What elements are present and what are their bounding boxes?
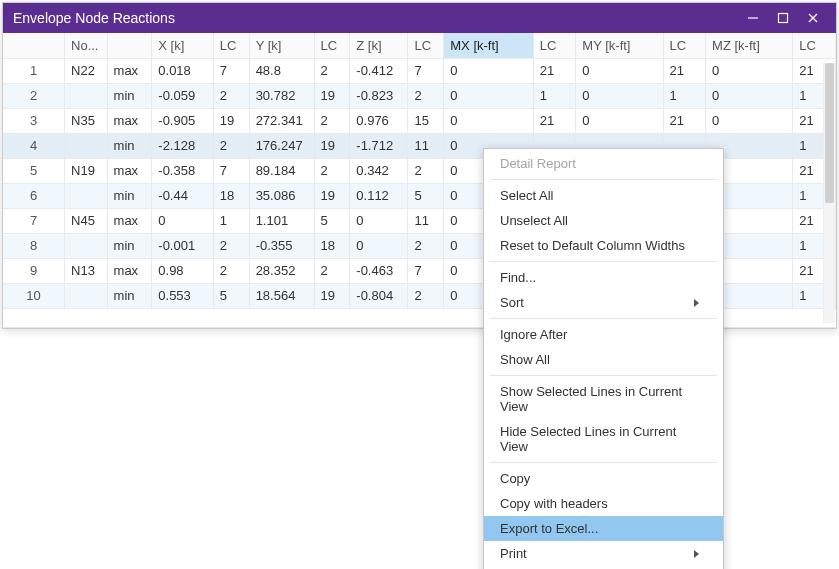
table-cell[interactable]: 0.976 [350,108,408,133]
col-x[interactable]: X [k] [152,33,214,58]
table-cell[interactable]: -0.463 [350,258,408,283]
table-cell[interactable]: max [107,108,152,133]
table-cell[interactable]: -0.44 [152,183,214,208]
table-cell[interactable]: 21 [533,108,576,133]
table-cell[interactable]: 1 [213,208,249,233]
col-mz[interactable]: MZ [k-ft] [706,33,793,58]
table-cell[interactable]: N35 [65,108,108,133]
table-cell[interactable]: 7 [408,58,444,83]
table-cell[interactable]: 18.564 [249,283,314,308]
table-cell[interactable]: 19 [314,133,350,158]
table-cell[interactable]: 4 [3,133,65,158]
table-cell[interactable]: 272.341 [249,108,314,133]
col-my[interactable]: MY [k-ft] [576,33,663,58]
scroll-thumb[interactable] [825,63,834,203]
table-cell[interactable]: max [107,208,152,233]
table-cell[interactable]: N13 [65,258,108,283]
close-button[interactable] [798,3,828,33]
menu-export-excel[interactable]: Export to Excel... [484,516,723,541]
table-cell[interactable]: 3 [3,108,65,133]
col-lc-mx[interactable]: LC [533,33,576,58]
table-cell[interactable]: N45 [65,208,108,233]
table-cell[interactable]: 2 [3,83,65,108]
table-cell[interactable] [65,83,108,108]
header-row[interactable]: No... X [k] LC Y [k] LC Z [k] LC MX [k-f… [3,33,836,58]
table-cell[interactable]: 48.8 [249,58,314,83]
menu-print[interactable]: Print [484,541,723,566]
table-cell[interactable]: 0.98 [152,258,214,283]
table-cell[interactable]: 0 [152,208,214,233]
menu-unselect-all[interactable]: Unselect All [484,208,723,233]
table-cell[interactable]: 2 [314,108,350,133]
table-row[interactable]: 2min-0.059230.78219-0.8232010101 [3,83,836,108]
col-mx[interactable]: MX [k-ft] [444,33,534,58]
table-cell[interactable]: 18 [314,233,350,258]
table-cell[interactable]: 0 [444,83,534,108]
col-lc-z[interactable]: LC [408,33,444,58]
table-cell[interactable]: 2 [408,158,444,183]
table-cell[interactable]: 1 [533,83,576,108]
table-cell[interactable]: 0 [444,58,534,83]
table-cell[interactable]: 0 [706,83,793,108]
table-cell[interactable]: 0 [350,233,408,258]
table-cell[interactable]: 6 [3,183,65,208]
table-cell[interactable]: 11 [408,208,444,233]
table-cell[interactable]: 1 [3,58,65,83]
table-cell[interactable]: 11 [408,133,444,158]
table-cell[interactable]: 7 [213,158,249,183]
menu-copy[interactable]: Copy [484,466,723,491]
table-cell[interactable]: 0 [706,58,793,83]
table-cell[interactable]: -0.358 [152,158,214,183]
table-cell[interactable]: 5 [3,158,65,183]
table-cell[interactable]: 0.018 [152,58,214,83]
table-cell[interactable]: 0 [576,108,663,133]
table-cell[interactable]: 9 [3,258,65,283]
table-row[interactable]: 1N22max0.018748.82-0.4127021021021 [3,58,836,83]
table-cell[interactable]: -0.905 [152,108,214,133]
table-cell[interactable]: 2 [408,283,444,308]
table-cell[interactable]: 0 [576,58,663,83]
table-cell[interactable]: 19 [213,108,249,133]
table-cell[interactable]: 21 [663,108,706,133]
table-cell[interactable]: 0 [444,108,534,133]
table-cell[interactable] [65,233,108,258]
col-minmax[interactable] [107,33,152,58]
menu-find[interactable]: Find... [484,265,723,290]
table-cell[interactable]: 0.553 [152,283,214,308]
table-cell[interactable]: 2 [213,83,249,108]
table-cell[interactable]: 0 [706,108,793,133]
table-cell[interactable]: min [107,83,152,108]
table-cell[interactable]: 2 [213,133,249,158]
table-cell[interactable] [65,133,108,158]
table-cell[interactable]: 0 [576,83,663,108]
menu-show-all[interactable]: Show All [484,347,723,372]
vertical-scrollbar[interactable] [823,63,835,323]
table-cell[interactable]: 28.352 [249,258,314,283]
table-cell[interactable]: 19 [314,183,350,208]
menu-reset-widths[interactable]: Reset to Default Column Widths [484,233,723,258]
table-cell[interactable] [65,183,108,208]
table-cell[interactable]: -0.059 [152,83,214,108]
table-cell[interactable]: 176.247 [249,133,314,158]
table-cell[interactable]: max [107,258,152,283]
table-cell[interactable]: 5 [314,208,350,233]
table-cell[interactable]: 8 [3,233,65,258]
table-cell[interactable]: 0 [350,208,408,233]
table-cell[interactable]: -1.712 [350,133,408,158]
col-lc-my[interactable]: LC [663,33,706,58]
table-cell[interactable]: 0.112 [350,183,408,208]
table-cell[interactable]: 30.782 [249,83,314,108]
col-node[interactable]: No... [65,33,108,58]
table-cell[interactable]: 1.101 [249,208,314,233]
table-cell[interactable]: -0.804 [350,283,408,308]
table-cell[interactable]: 2 [314,158,350,183]
col-lc-mz[interactable]: LC [793,33,836,58]
col-z[interactable]: Z [k] [350,33,408,58]
table-cell[interactable]: 21 [533,58,576,83]
table-cell[interactable]: min [107,283,152,308]
table-cell[interactable]: 2 [314,258,350,283]
table-cell[interactable]: 2 [213,258,249,283]
minimize-button[interactable] [738,3,768,33]
table-cell[interactable]: 2 [314,58,350,83]
table-cell[interactable]: N19 [65,158,108,183]
